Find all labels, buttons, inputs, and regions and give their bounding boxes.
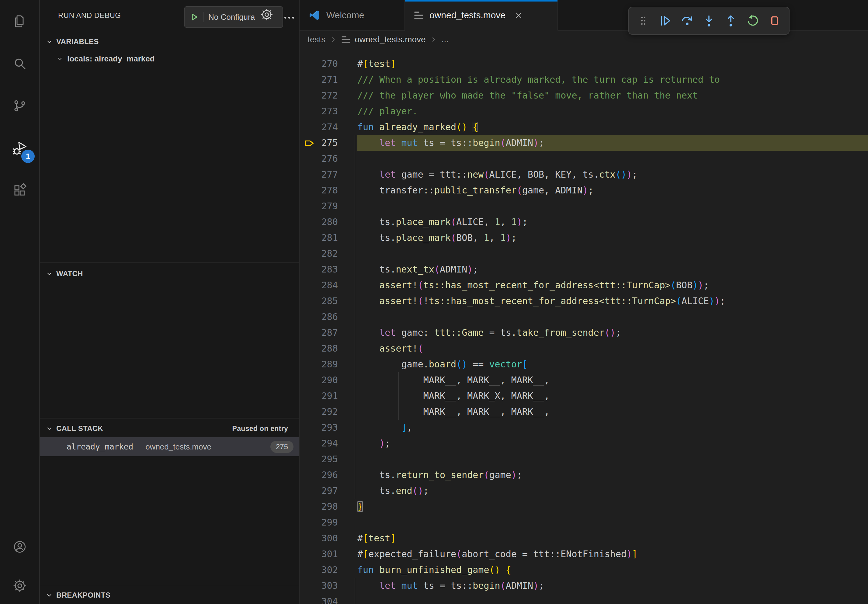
- source-control-icon[interactable]: [0, 85, 40, 127]
- line-number[interactable]: 281: [299, 230, 357, 246]
- step-out-icon[interactable]: [720, 9, 741, 32]
- search-icon[interactable]: [0, 42, 40, 85]
- line-number[interactable]: 270: [299, 56, 357, 72]
- stack-frame-row[interactable]: already_marked owned_tests.move 275: [40, 437, 299, 456]
- code-line[interactable]: 279: [299, 198, 868, 214]
- toolbar-drag-grip[interactable]: [632, 9, 654, 32]
- run-and-debug-icon[interactable]: 1: [0, 127, 40, 169]
- line-number[interactable]: 289: [299, 356, 357, 372]
- line-number[interactable]: 283: [299, 262, 357, 277]
- breadcrumb-file[interactable]: owned_tests.move: [355, 35, 425, 44]
- line-number[interactable]: 276: [299, 151, 357, 167]
- locals-scope-row[interactable]: locals: already_marked: [40, 51, 299, 67]
- line-number[interactable]: 297: [299, 483, 357, 499]
- line-number[interactable]: 294: [299, 435, 357, 451]
- stop-icon[interactable]: [764, 9, 785, 32]
- line-number[interactable]: 278: [299, 183, 357, 198]
- more-actions-ellipsis-icon[interactable]: [282, 11, 296, 24]
- code-line[interactable]: 274fun already_marked() {: [299, 119, 868, 135]
- line-number[interactable]: 292: [299, 404, 357, 420]
- line-number[interactable]: 295: [299, 451, 357, 467]
- code-line[interactable]: 290 MARK__, MARK__, MARK__,: [299, 372, 868, 388]
- line-number[interactable]: 286: [299, 309, 357, 325]
- line-number[interactable]: 272: [299, 88, 357, 104]
- continue-icon[interactable]: [654, 9, 676, 32]
- line-number[interactable]: 273: [299, 104, 357, 119]
- watch-section-header[interactable]: WATCH: [40, 265, 299, 283]
- line-number[interactable]: 282: [299, 246, 357, 262]
- code-line[interactable]: 275 let mut ts = ts::begin(ADMIN);: [299, 135, 868, 151]
- code-line[interactable]: 288 assert!(: [299, 341, 868, 356]
- code-line[interactable]: 298}: [299, 499, 868, 514]
- line-number[interactable]: 279: [299, 198, 357, 214]
- line-number[interactable]: 298: [299, 499, 357, 514]
- explorer-icon[interactable]: [0, 0, 40, 42]
- code-line[interactable]: 293 ],: [299, 420, 868, 435]
- line-number[interactable]: 304: [299, 594, 357, 604]
- tab-welcome[interactable]: Welcome: [299, 0, 405, 30]
- code-line[interactable]: 289 game.board() == vector[: [299, 356, 868, 372]
- step-over-icon[interactable]: [676, 9, 698, 32]
- code-line[interactable]: 292 MARK__, MARK__, MARK__,: [299, 404, 868, 420]
- account-icon[interactable]: [0, 526, 40, 567]
- tab-owned-tests-move[interactable]: owned_tests.move: [405, 0, 558, 31]
- code-line[interactable]: 282: [299, 246, 868, 262]
- line-number[interactable]: 275: [299, 135, 357, 151]
- code-line[interactable]: 300#[test]: [299, 530, 868, 546]
- close-tab-icon[interactable]: [514, 11, 523, 20]
- line-number[interactable]: 290: [299, 372, 357, 388]
- code-line[interactable]: 272/// the player who made the "false" m…: [299, 88, 868, 104]
- code-line[interactable]: 276: [299, 151, 868, 167]
- line-number[interactable]: 302: [299, 562, 357, 578]
- code-line[interactable]: 301#[expected_failure(abort_code = ttt::…: [299, 546, 868, 562]
- code-line[interactable]: 273/// player.: [299, 104, 868, 119]
- line-number[interactable]: 296: [299, 467, 357, 483]
- line-number[interactable]: 288: [299, 341, 357, 356]
- line-number[interactable]: 299: [299, 514, 357, 530]
- code-line[interactable]: 291 MARK__, MARK_X, MARK__,: [299, 388, 868, 404]
- line-number[interactable]: 291: [299, 388, 357, 404]
- breakpoints-section-header[interactable]: BREAKPOINTS: [40, 586, 299, 604]
- line-number[interactable]: 293: [299, 420, 357, 435]
- code-line[interactable]: 271/// When a position is already marked…: [299, 72, 868, 88]
- code-line[interactable]: 302fun burn_unfinished_game() {: [299, 562, 868, 578]
- debug-settings-gear-icon[interactable]: [260, 8, 273, 21]
- code-line[interactable]: 283 ts.next_tx(ADMIN);: [299, 262, 868, 277]
- line-number[interactable]: 274: [299, 119, 357, 135]
- breadcrumb-folder[interactable]: tests: [307, 35, 326, 44]
- line-number[interactable]: 280: [299, 214, 357, 230]
- line-number[interactable]: 303: [299, 578, 357, 594]
- line-number[interactable]: 285: [299, 293, 357, 309]
- code-line[interactable]: 284 assert!(ts::has_most_recent_for_addr…: [299, 277, 868, 293]
- code-line[interactable]: 281 ts.place_mark(BOB, 1, 1);: [299, 230, 868, 246]
- code-line[interactable]: 299: [299, 514, 868, 530]
- code-line[interactable]: 277 let game = ttt::new(ALICE, BOB, KEY,…: [299, 167, 868, 183]
- code-line-content: fun burn_unfinished_game() {: [357, 562, 868, 578]
- step-into-icon[interactable]: [698, 9, 719, 32]
- line-number[interactable]: 301: [299, 546, 357, 562]
- call-stack-section-header[interactable]: CALL STACK Paused on entry: [40, 420, 299, 437]
- code-line[interactable]: 295: [299, 451, 868, 467]
- code-line[interactable]: 303 let mut ts = ts::begin(ADMIN);: [299, 578, 868, 594]
- extensions-icon[interactable]: [0, 169, 40, 211]
- code-line[interactable]: 286: [299, 309, 868, 325]
- line-number[interactable]: 287: [299, 325, 357, 341]
- line-number[interactable]: 284: [299, 277, 357, 293]
- restart-icon[interactable]: [742, 9, 763, 32]
- settings-gear-icon[interactable]: [0, 567, 40, 604]
- line-number[interactable]: 300: [299, 530, 357, 546]
- code-line[interactable]: 297 ts.end();: [299, 483, 868, 499]
- code-line[interactable]: 285 assert!(!ts::has_most_recent_for_add…: [299, 293, 868, 309]
- code-line[interactable]: 296 ts.return_to_sender(game);: [299, 467, 868, 483]
- code-line[interactable]: 280 ts.place_mark(ALICE, 1, 1);: [299, 214, 868, 230]
- code-line[interactable]: 287 let game: ttt::Game = ts.take_from_s…: [299, 325, 868, 341]
- variables-section-header[interactable]: VARIABLES: [40, 33, 299, 51]
- code-line[interactable]: 304: [299, 594, 868, 604]
- code-line[interactable]: 278 transfer::public_transfer(game, ADMI…: [299, 183, 868, 198]
- code-line[interactable]: 294 );: [299, 435, 868, 451]
- breadcrumb-symbol[interactable]: ...: [442, 35, 449, 44]
- line-number[interactable]: 277: [299, 167, 357, 183]
- start-debug-icon[interactable]: [184, 12, 204, 22]
- line-number[interactable]: 271: [299, 72, 357, 88]
- code-line[interactable]: 270#[test]: [299, 56, 868, 72]
